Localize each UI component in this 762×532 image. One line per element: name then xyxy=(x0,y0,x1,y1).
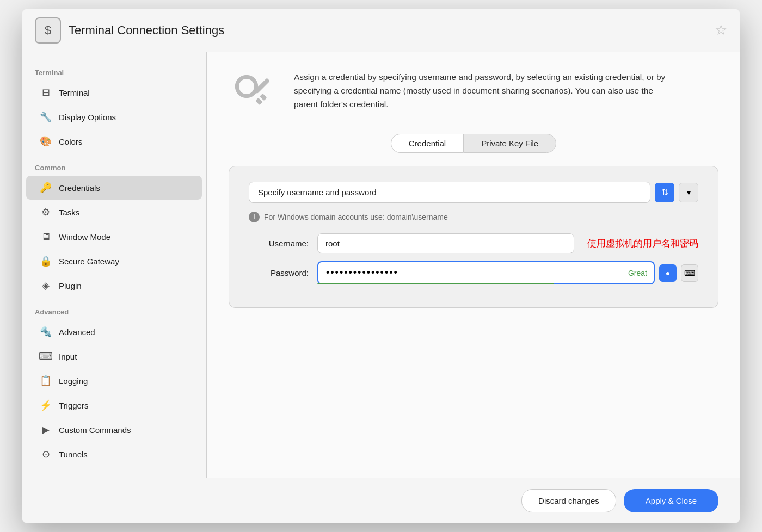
username-input[interactable] xyxy=(317,233,574,253)
sidebar-item-logging[interactable]: 📋 Logging xyxy=(26,369,202,393)
password-label: Password: xyxy=(249,268,309,277)
sidebar-item-input-label: Input xyxy=(59,352,77,361)
tab-credential[interactable]: Credential xyxy=(391,134,463,153)
svg-point-0 xyxy=(237,77,256,96)
sidebar-item-secure-gateway-label: Secure Gateway xyxy=(59,257,119,266)
sidebar-item-secure-gateway[interactable]: 🔒 Secure Gateway xyxy=(26,249,202,273)
info-text: For Windows domain accounts use: domain\… xyxy=(264,213,448,221)
info-icon: i xyxy=(249,212,260,222)
window-mode-icon: 🖥 xyxy=(39,230,52,243)
sidebar-item-credentials-label: Credentials xyxy=(59,183,100,193)
sidebar-item-triggers[interactable]: ⚡ Triggers xyxy=(26,393,202,417)
info-row: i For Windows domain accounts use: domai… xyxy=(249,212,698,222)
tabs-row: Credential Private Key File xyxy=(229,134,718,153)
sidebar-item-credentials[interactable]: 🔑 Credentials xyxy=(26,176,202,200)
window-title: Terminal Connection Settings xyxy=(69,23,224,38)
dropdown-arrows-btn[interactable]: ⇅ xyxy=(655,183,674,202)
advanced-icon: 🔩 xyxy=(39,325,52,338)
main-header: Assign a credential by specifying userna… xyxy=(229,69,718,117)
plugin-icon: ◈ xyxy=(39,279,52,292)
sidebar-item-custom-commands[interactable]: ▶ Custom Commands xyxy=(26,418,202,442)
dropdown-row: Specify username and password Use existi… xyxy=(249,182,698,203)
sidebar-section-common: Common xyxy=(22,158,206,175)
password-show-button[interactable]: ● xyxy=(659,264,677,282)
sidebar-item-terminal[interactable]: ⊟ Terminal xyxy=(26,81,202,104)
username-row: Username: 使用虚拟机的用户名和密码 xyxy=(249,233,698,253)
titlebar-left: $ Terminal Connection Settings xyxy=(35,17,224,44)
discard-changes-button[interactable]: Discard changes xyxy=(521,489,616,512)
password-input-row: Great ● ⌨ xyxy=(317,261,698,284)
sidebar-section-terminal: Terminal xyxy=(22,63,206,80)
sidebar-item-tasks[interactable]: ⚙ Tasks xyxy=(26,200,202,224)
content-area: Terminal ⊟ Terminal 🔧 Display Options 🎨 … xyxy=(22,52,740,478)
username-label: Username: xyxy=(249,239,309,248)
sidebar-item-terminal-label: Terminal xyxy=(59,88,90,97)
tasks-icon: ⚙ xyxy=(39,206,52,219)
sidebar-item-plugin[interactable]: ◈ Plugin xyxy=(26,274,202,298)
input-icon: ⌨ xyxy=(39,350,52,363)
sidebar-item-advanced[interactable]: 🔩 Advanced xyxy=(26,320,202,344)
favorite-star-icon[interactable]: ☆ xyxy=(715,22,727,39)
sidebar-item-tasks-label: Tasks xyxy=(59,208,79,217)
titlebar: $ Terminal Connection Settings ☆ xyxy=(22,9,740,52)
password-input[interactable] xyxy=(317,261,655,284)
sidebar-item-input[interactable]: ⌨ Input xyxy=(26,344,202,368)
terminal-icon: ⊟ xyxy=(39,86,52,99)
main-panel: Assign a credential by specifying userna… xyxy=(207,52,740,478)
sidebar-item-tunnels[interactable]: ⊙ Tunnels xyxy=(26,442,202,466)
main-description: Assign a credential by specifying userna… xyxy=(294,69,675,111)
sidebar-section-advanced: Advanced xyxy=(22,302,206,319)
password-strength-label: Great xyxy=(628,269,647,277)
main-window: $ Terminal Connection Settings ☆ Termina… xyxy=(22,9,740,523)
apply-close-button[interactable]: Apply & Close xyxy=(624,489,718,512)
credential-type-select[interactable]: Specify username and password Use existi… xyxy=(249,182,650,203)
password-strength-bar xyxy=(317,283,554,284)
custom-commands-icon: ▶ xyxy=(39,423,52,436)
sidebar-item-logging-label: Logging xyxy=(59,376,88,386)
sidebar-item-colors-label: Colors xyxy=(59,137,82,146)
credentials-icon: 🔑 xyxy=(39,181,52,194)
secure-gateway-icon: 🔒 xyxy=(39,255,52,268)
sidebar-item-display-options-label: Display Options xyxy=(59,113,116,122)
svg-rect-3 xyxy=(255,98,263,106)
sidebar-item-advanced-label: Advanced xyxy=(59,327,95,337)
sidebar-item-window-mode[interactable]: 🖥 Window Mode xyxy=(26,225,202,249)
key-icon xyxy=(231,71,275,115)
footer: Discard changes Apply & Close xyxy=(22,478,740,523)
sidebar-item-colors[interactable]: 🎨 Colors xyxy=(26,129,202,153)
form-card: Specify username and password Use existi… xyxy=(229,166,718,308)
sidebar: Terminal ⊟ Terminal 🔧 Display Options 🎨 … xyxy=(22,52,207,478)
password-input-wrapper: Great xyxy=(317,261,655,284)
sidebar-item-window-mode-label: Window Mode xyxy=(59,232,110,242)
annotation-text: 使用虚拟机的用户名和密码 xyxy=(587,237,698,250)
triggers-icon: ⚡ xyxy=(39,399,52,412)
sidebar-item-custom-commands-label: Custom Commands xyxy=(59,425,131,435)
sidebar-item-plugin-label: Plugin xyxy=(59,281,82,290)
key-icon-wrapper xyxy=(229,69,278,117)
app-icon: $ xyxy=(35,17,61,44)
colors-icon: 🎨 xyxy=(39,135,52,148)
password-keyboard-button[interactable]: ⌨ xyxy=(681,264,698,282)
sidebar-item-triggers-label: Triggers xyxy=(59,401,88,410)
logging-icon: 📋 xyxy=(39,374,52,387)
sidebar-item-display-options[interactable]: 🔧 Display Options xyxy=(26,105,202,129)
svg-rect-2 xyxy=(260,94,267,101)
tunnels-icon: ⊙ xyxy=(39,448,52,461)
tab-private-key-file[interactable]: Private Key File xyxy=(463,134,556,153)
display-options-icon: 🔧 xyxy=(39,110,52,123)
dropdown-expand-btn[interactable]: ▾ xyxy=(679,183,698,202)
sidebar-item-tunnels-label: Tunnels xyxy=(59,450,88,459)
password-row: Password: Great ● ⌨ xyxy=(249,261,698,284)
